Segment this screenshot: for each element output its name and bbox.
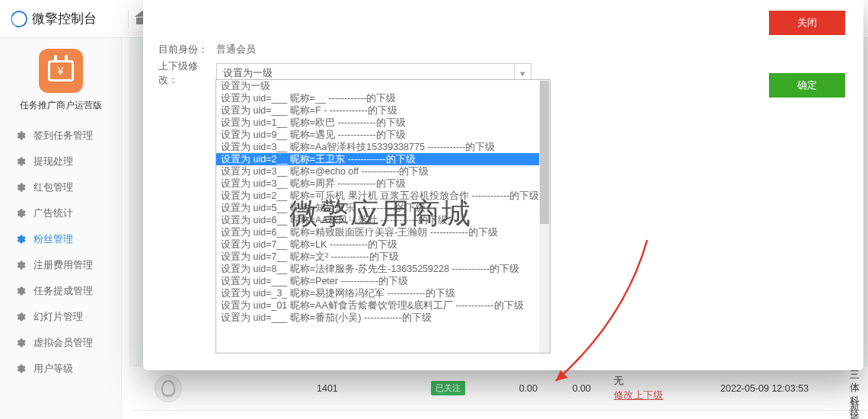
level-label: 上下级修改：	[158, 59, 216, 87]
dropdown-option[interactable]: 设置为 uid=9__ 昵称=遇见 ------------的下级	[216, 129, 539, 141]
sidebar-item-5[interactable]: 注册费用管理	[0, 252, 121, 278]
sidebar-item-4[interactable]: 粉丝管理	[0, 226, 121, 252]
sidebar-item-2[interactable]: 红包管理	[0, 174, 121, 200]
close-button[interactable]: 关闭	[769, 11, 845, 35]
dropdown-list[interactable]: 设置为一级设置为 uid=___ 昵称=__ ------------的下级设置…	[215, 79, 550, 353]
identity-row: 目前身份： 普通会员	[158, 43, 256, 56]
sidebar-app[interactable]: ¥ 任务推广商户运营版	[0, 38, 121, 117]
select-value: 设置为一级	[223, 66, 273, 80]
dropdown-option[interactable]: 设置为 uid=3__ 昵称=@echo off ------------的下级	[216, 165, 539, 178]
dropdown-option[interactable]: 设置为 uid=3__ 昵称=周昇 ------------的下级	[216, 178, 539, 190]
sidebar-menu: 签到任务管理提现处理红包管理广告统计粉丝管理注册费用管理任务提成管理幻灯片管理虚…	[0, 123, 121, 382]
logo-text: 微擎控制台	[32, 10, 97, 27]
scrollbar[interactable]	[539, 80, 550, 353]
scrollbar-thumb[interactable]	[540, 81, 549, 224]
sidebar-item-0[interactable]: 签到任务管理	[0, 123, 121, 149]
dropdown-option[interactable]: 设置为 uid=_3_ 昵称=易捷网络冯纪军 ------------的下级	[216, 287, 539, 299]
modal: 关闭 确定 目前身份： 普通会员 上下级修改： 设置为一级 ▾ 设置为一级设置为…	[143, 0, 863, 370]
app-icon: ¥	[39, 49, 83, 93]
dropdown-option[interactable]: 设置为 uid=___ 昵称=F - ------------的下级	[216, 104, 539, 117]
dropdown-option[interactable]: 设置为 uid=3__ 昵称=Aa智泽科技15339338775 -------…	[216, 141, 539, 153]
dropdown-option[interactable]: 设置为 uid=___ 昵称=番茄(小吴) ------------的下级	[216, 312, 539, 324]
dropdown-option[interactable]: 设置为 uid=___ 昵称=Peter ------------的下级	[216, 275, 539, 287]
dropdown-option[interactable]: 设置为 uid=7__ 昵称=文² ------------的下级	[216, 251, 539, 263]
identity-value: 普通会员	[216, 43, 256, 56]
sidebar-item-9[interactable]: 用户等级	[0, 356, 121, 382]
logo[interactable]: 微擎控制台	[0, 10, 122, 27]
sidebar-item-6[interactable]: 任务提成管理	[0, 278, 121, 304]
dropdown-option[interactable]: 设置为 uid=_01 昵称=AA鲜食舌烩餐饮管理&底料工厂 ---------…	[216, 299, 539, 312]
dropdown-option[interactable]: 设置为 uid=5__ 昵称=知足常乐 ------------的下级	[216, 202, 539, 214]
dropdown-option[interactable]: 设置为 uid=8__ 昵称=法律服务-苏先生-13635259228 ----…	[216, 263, 539, 275]
dropdown-option[interactable]: 设置为 uid=6__ 昵称=精致眼面医疗美容-王瀚朝 ------------…	[216, 226, 539, 238]
sidebar-item-7[interactable]: 幻灯片管理	[0, 304, 121, 330]
edit-level-link[interactable]: 修改上下级	[614, 390, 663, 401]
dropdown-option[interactable]: 设置为 uid=2__ 昵称=王卫东 ------------的下级	[216, 153, 539, 165]
divider	[128, 10, 129, 28]
dropdown-option[interactable]: 设置为 uid=7__ 昵称=LK ------------的下级	[216, 238, 539, 251]
avatar	[155, 375, 182, 402]
table-row: 1401已关注0.000.00无修改上下级2022-05-09 12:03:53…	[129, 366, 868, 410]
sidebar-item-1[interactable]: 提现处理	[0, 149, 121, 174]
status-badge: 已关注	[431, 381, 465, 395]
sidebar: ¥ 任务推广商户运营版 签到任务管理提现处理红包管理广告统计粉丝管理注册费用管理…	[0, 38, 122, 419]
logo-icon	[8, 8, 30, 29]
table-row: 近舞者富A张胜A张胜已关注0.000.00无修改上下级2022-05-09 10…	[129, 410, 868, 419]
dropdown-option[interactable]: 设置为 uid=6__ 昵称=AA秋风ㄣ落叶 ------------的下级	[216, 214, 539, 226]
dropdown-option[interactable]: 设置为 uid=2__ 昵称=可乐机 果汁机 豆浆五谷机投放合作 -------…	[216, 190, 539, 202]
sidebar-item-3[interactable]: 广告统计	[0, 200, 121, 226]
identity-label: 目前身份：	[158, 43, 216, 56]
sidebar-item-8[interactable]: 虚拟会员管理	[0, 330, 121, 356]
dropdown-option[interactable]: 设置为一级	[216, 80, 539, 92]
ok-button[interactable]: 确定	[769, 73, 845, 98]
dropdown-option[interactable]: 设置为 uid=1__ 昵称=欧巴 ------------的下级	[216, 117, 539, 129]
app-name: 任务推广商户运营版	[0, 99, 121, 112]
dropdown-option[interactable]: 设置为 uid=___ 昵称=__ ------------的下级	[216, 92, 539, 104]
